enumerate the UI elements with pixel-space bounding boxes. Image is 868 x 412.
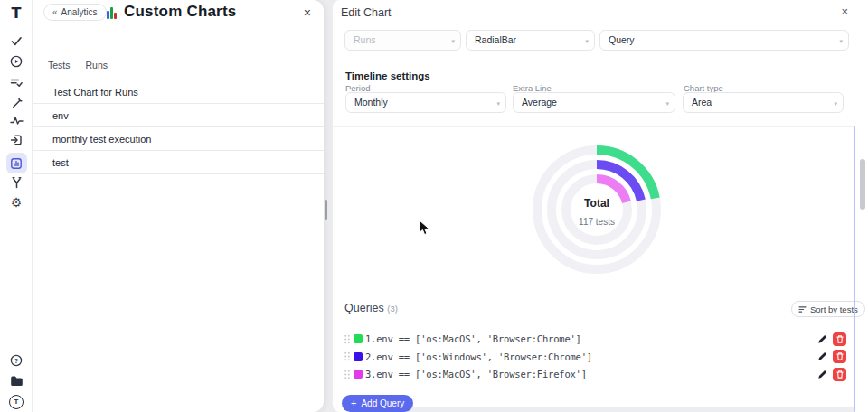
query-row: 2.env == ['os:Windows', 'Browser:Chrome'…	[333, 350, 854, 364]
back-label: Analytics	[61, 7, 98, 17]
panel-resize-handle[interactable]	[325, 200, 327, 220]
wand-icon[interactable]	[0, 98, 33, 109]
edit-query-icon[interactable]	[817, 351, 827, 361]
list-item-chart[interactable]: monthly test execution	[33, 127, 324, 151]
chevron-down-icon: ▾	[839, 32, 843, 51]
analytics-icon-active[interactable]	[0, 153, 33, 173]
analytics-icon	[6, 153, 27, 173]
timeline-settings-heading: Timeline settings	[345, 70, 430, 81]
help-icon[interactable]: ?	[0, 354, 33, 367]
panel-close-icon[interactable]: ×	[841, 5, 848, 17]
delete-query-button[interactable]	[833, 332, 846, 346]
panel-title: Edit Chart	[341, 6, 392, 19]
chevron-down-icon: ▾	[834, 94, 837, 113]
svg-text:?: ?	[14, 357, 19, 365]
query-row: 3.env == ['os:MacOS', 'Browser:Firefox']	[333, 367, 854, 381]
query-color-swatch	[354, 352, 363, 361]
query-text: 2.env == ['os:Windows', 'Browser:Chrome'…	[365, 351, 592, 362]
trash-icon	[836, 352, 844, 360]
period-select[interactable]: Monthly▾	[345, 92, 506, 113]
settings-gear-icon[interactable]: ⚙	[0, 195, 33, 210]
page-title: Custom Charts	[124, 3, 236, 21]
chart-kind-select[interactable]: RadialBar▾	[466, 30, 595, 51]
chevron-down-icon: ▾	[496, 94, 500, 113]
edit-query-icon[interactable]	[817, 370, 827, 379]
drawer-close-icon[interactable]: ×	[302, 5, 313, 21]
panel-scroll-accent	[854, 126, 855, 412]
sort-icon	[798, 305, 807, 314]
trash-icon	[836, 370, 844, 379]
charts-list: Test Chart for Runs env monthly test exe…	[33, 80, 324, 174]
edit-query-icon[interactable]	[817, 334, 827, 344]
radialbar-svg	[506, 137, 687, 282]
chevron-down-icon: ▾	[451, 32, 455, 51]
list-item-chart[interactable]: env	[33, 104, 324, 127]
section-divider	[333, 126, 854, 127]
drag-handle-icon[interactable]	[344, 370, 351, 379]
import-icon[interactable]	[0, 134, 33, 146]
play-circle-icon[interactable]	[0, 55, 33, 68]
query-row: 1.env == ['os:MacOS', 'Browser:Chrome']	[333, 332, 854, 346]
user-avatar[interactable]: T	[0, 394, 33, 409]
library-folder-icon[interactable]	[0, 374, 33, 387]
logo-letter: T	[12, 5, 22, 22]
mode-select[interactable]: Query▾	[599, 30, 849, 51]
drag-handle-icon[interactable]	[344, 351, 351, 361]
source-select[interactable]: Runs▾	[344, 30, 461, 51]
charts-drawer: « Analytics Custom Charts × Tests Runs T…	[33, 0, 324, 412]
delete-query-button[interactable]	[833, 368, 846, 381]
bar-chart-icon	[107, 8, 118, 21]
query-color-swatch	[354, 370, 363, 379]
app-logo[interactable]: T	[0, 4, 33, 22]
delete-query-button[interactable]	[833, 350, 846, 363]
chart-type-select[interactable]: Area▾	[683, 92, 844, 113]
query-text: 3.env == ['os:MacOS', 'Browser:Firefox']	[365, 369, 587, 379]
pulse-icon[interactable]	[0, 115, 33, 126]
radialbar-chart: Total 117 tests	[506, 137, 687, 282]
chevron-down-icon: ▾	[665, 94, 669, 113]
add-query-button[interactable]: + Add Query	[342, 395, 413, 412]
plus-icon: +	[351, 398, 356, 408]
window-scrollbar-thumb[interactable]	[860, 159, 865, 210]
extra-line-select[interactable]: Average▾	[513, 92, 675, 113]
chevron-down-icon: ▾	[585, 32, 589, 51]
drag-handle-icon[interactable]	[344, 334, 351, 344]
query-color-swatch	[354, 334, 363, 343]
list-check-icon[interactable]	[0, 77, 33, 89]
list-item-chart[interactable]: Test Chart for Runs	[33, 80, 324, 104]
query-text: 1.env == ['os:MacOS', 'Browser:Chrome']	[365, 333, 581, 344]
tab-runs[interactable]: Runs	[86, 60, 108, 70]
drawer-title-wrap: Custom Charts	[107, 3, 236, 21]
edit-chart-panel: Edit Chart × Runs▾ RadialBar▾ Query▾ Tim…	[333, 0, 868, 412]
back-chevron-icon: «	[52, 7, 58, 17]
branch-icon[interactable]	[0, 176, 33, 189]
avatar-letter: T	[9, 395, 24, 409]
list-item-chart[interactable]: test	[33, 151, 324, 174]
back-to-analytics-button[interactable]: « Analytics	[43, 4, 107, 21]
icon-rail: T ⚙ ? T	[0, 0, 33, 412]
tasks-check-icon[interactable]	[0, 34, 33, 47]
tab-tests[interactable]: Tests	[48, 60, 71, 70]
bottom-strip	[398, 407, 854, 412]
queries-heading: Queries (3)	[344, 302, 398, 314]
drawer-tabs: Tests Runs	[48, 60, 108, 70]
queries-count: (3)	[387, 304, 398, 314]
trash-icon	[836, 335, 844, 343]
